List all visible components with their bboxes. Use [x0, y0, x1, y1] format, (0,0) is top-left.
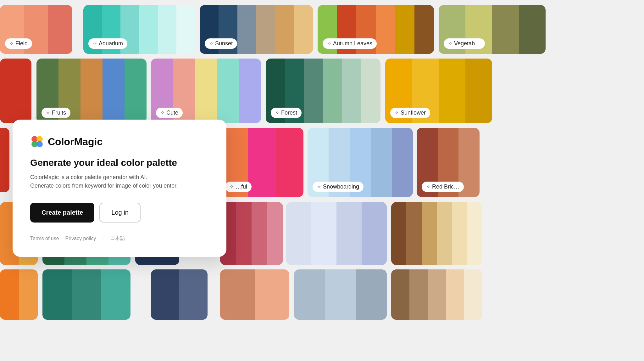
palette-label-cute: ✧ Cute [156, 108, 183, 118]
sparkle-icon-6: ✧ [46, 110, 50, 116]
palette-colorful[interactable]: ✧ …ful [220, 128, 303, 197]
palette-label-aquarium: ✧ Aquarium [88, 38, 127, 49]
palette-label-forest: ✧ Forest [271, 108, 302, 118]
modal-title: Generate your ideal color palette [30, 157, 209, 168]
palette-bottom-5[interactable] [286, 202, 387, 265]
palette-bottom5-1[interactable] [0, 269, 38, 320]
japanese-link[interactable]: 日本語 [110, 235, 125, 242]
palette-field[interactable]: ✧ ColorMagic Field [0, 5, 72, 54]
palette-red-left[interactable] [0, 59, 31, 123]
palette-label-redbrick: ✧ Red Bric… [422, 182, 464, 192]
palette-sunflower[interactable]: ✧ Sunflower [385, 59, 492, 123]
app-logo [30, 135, 44, 149]
sparkle-icon-8: ✧ [275, 110, 279, 116]
button-row: Create palette Log in [30, 203, 209, 223]
palette-label-fruits: ✧ Fruits [42, 108, 70, 118]
app-name: ColorMagic [48, 136, 103, 148]
palette-label-sunflower: ✧ Sunflower [390, 108, 430, 118]
palette-fruits[interactable]: ✧ Fruits [36, 59, 147, 123]
palette-bottom5-6[interactable] [391, 269, 482, 320]
sparkle-icon-11: ✧ [317, 184, 321, 190]
palette-vegetable[interactable]: ✧ Vegetab… [439, 5, 546, 54]
login-button[interactable]: Log in [99, 203, 141, 223]
sparkle-icon-4: ✧ [327, 41, 331, 47]
palette-sunset[interactable]: ✧ Sunset [200, 5, 313, 54]
palette-bottom5-5[interactable] [294, 269, 387, 320]
footer-divider: | [102, 236, 103, 241]
sparkle-icon-12: ✧ [426, 184, 430, 190]
palette-bottom5-3[interactable] [151, 269, 208, 320]
logo-row: ColorMagic [30, 135, 209, 149]
palette-snowboarding[interactable]: ✧ Snowboarding [308, 128, 413, 197]
palette-label-vegetable: ✧ Vegetab… [444, 38, 485, 49]
modal-description: ColorMagic is a color palette generator … [30, 173, 209, 190]
sparkle-icon-7: ✧ [160, 110, 164, 116]
palette-redbrick[interactable]: ✧ Red Bric… [417, 128, 480, 197]
palette-aquarium[interactable]: ✧ Aquarium [83, 5, 195, 54]
palette-label-snowboarding: ✧ Snowboarding [313, 182, 364, 192]
sparkle-icon-10: ✧ [230, 184, 234, 190]
svg-point-3 [36, 141, 43, 147]
modal-overlay: ColorMagic Generate your ideal color pal… [13, 120, 226, 257]
sparkle-icon: ✧ [9, 41, 14, 47]
sparkle-icon-5: ✧ [448, 41, 452, 47]
palette-bottom5-4[interactable] [220, 269, 289, 320]
footer-links: Terms of use Privacy policy | 日本語 [30, 235, 209, 242]
sparkle-icon-3: ✧ [209, 41, 213, 47]
palette-forest[interactable]: ✧ Forest [266, 59, 380, 123]
palette-autumn[interactable]: ✧ Autumn Leaves [318, 5, 434, 54]
privacy-link[interactable]: Privacy policy [65, 236, 96, 241]
palette-row3-left[interactable] [0, 128, 9, 192]
palette-bottom-6[interactable] [391, 202, 482, 265]
palette-bottom-4[interactable] [220, 202, 283, 265]
palette-cute[interactable]: ✧ Cute [151, 59, 261, 123]
sparkle-icon-2: ✧ [93, 41, 97, 47]
palette-bottom5-2[interactable] [42, 269, 130, 320]
sparkle-icon-9: ✧ [395, 110, 399, 116]
palette-label-field: ✧ ColorMagic Field [5, 38, 32, 49]
terms-link[interactable]: Terms of use [30, 236, 59, 241]
create-palette-button[interactable]: Create palette [30, 203, 94, 223]
palette-label-autumn: ✧ Autumn Leaves [323, 38, 377, 49]
palette-label-sunset: ✧ Sunset [205, 38, 237, 49]
palette-label-colorful: ✧ …ful [225, 182, 252, 192]
